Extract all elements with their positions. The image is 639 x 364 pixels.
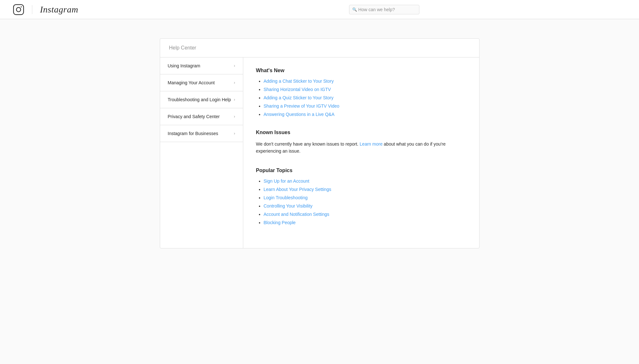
search-icon: 🔍 [352,7,357,12]
sidebar-item-label: Troubleshooting and Login Help [168,97,231,102]
sidebar-item-label: Instagram for Businesses [168,131,218,136]
sidebar-item-instagram-businesses[interactable]: Instagram for Businesses › [160,125,243,142]
popular-topic-controlling-visibility[interactable]: Controlling Your Visibility [264,203,313,209]
whats-new-link-igtv-preview[interactable]: Sharing a Preview of Your IGTV Video [264,103,339,109]
chevron-right-icon: › [234,80,235,85]
popular-topics-list: Sign Up for an Account Learn About Your … [256,178,466,225]
logo-area: Instagram [13,4,78,15]
popular-topics-section: Popular Topics Sign Up for an Account Le… [256,168,466,225]
sidebar-item-privacy-safety[interactable]: Privacy and Safety Center › [160,108,243,125]
whats-new-link-horizontal-video[interactable]: Sharing Horizontal Video on IGTV [264,87,331,92]
search-wrapper: 🔍 [349,5,419,14]
help-container: Help Center Using Instagram › Managing Y… [160,38,479,248]
header-divider [32,5,32,14]
chevron-right-icon: › [234,97,235,102]
chevron-right-icon: › [234,131,235,136]
svg-point-1 [16,7,21,12]
popular-topic-account-notification[interactable]: Account and Notification Settings [264,212,329,217]
whats-new-title: What's New [256,68,466,73]
instagram-wordmark: Instagram [40,4,78,15]
list-item: Account and Notification Settings [264,212,466,217]
chevron-right-icon: › [234,114,235,119]
whats-new-link-chat-sticker[interactable]: Adding a Chat Sticker to Your Story [264,79,334,84]
whats-new-section: What's New Adding a Chat Sticker to Your… [256,68,466,117]
list-item: Sharing Horizontal Video on IGTV [264,87,466,92]
popular-topic-privacy-settings[interactable]: Learn About Your Privacy Settings [264,187,331,192]
page-body: Help Center Using Instagram › Managing Y… [0,19,639,268]
popular-topic-login-troubleshooting[interactable]: Login Troubleshooting [264,195,308,200]
known-issues-title: Known Issues [256,130,466,135]
list-item: Learn About Your Privacy Settings [264,187,466,192]
list-item: Controlling Your Visibility [264,203,466,209]
main-content: What's New Adding a Chat Sticker to Your… [243,57,479,248]
popular-topic-blocking-people[interactable]: Blocking People [264,220,296,225]
sidebar-item-managing-account[interactable]: Managing Your Account › [160,74,243,91]
help-center-title: Help Center [169,45,196,50]
list-item: Adding a Chat Sticker to Your Story [264,79,466,84]
popular-topic-sign-up[interactable]: Sign Up for an Account [264,178,309,184]
header: Instagram 🔍 [0,0,639,19]
list-item: Sign Up for an Account [264,178,466,184]
whats-new-list: Adding a Chat Sticker to Your Story Shar… [256,79,466,117]
popular-topics-title: Popular Topics [256,168,466,173]
list-item: Blocking People [264,220,466,225]
sidebar-item-label: Managing Your Account [168,80,215,85]
list-item: Sharing a Preview of Your IGTV Video [264,103,466,109]
sidebar-item-troubleshooting[interactable]: Troubleshooting and Login Help › [160,91,243,108]
header-search-area: 🔍 [349,5,419,14]
svg-point-2 [21,6,22,7]
sidebar-item-label: Privacy and Safety Center [168,114,220,119]
sidebar: Using Instagram › Managing Your Account … [160,57,243,248]
sidebar-item-label: Using Instagram [168,63,200,68]
whats-new-link-live-qa[interactable]: Answering Questions in a Live Q&A [264,112,335,117]
known-issues-text-before-link: We don't currently have any known issues… [256,141,360,147]
help-body: Using Instagram › Managing Your Account … [160,57,479,248]
list-item: Answering Questions in a Live Q&A [264,112,466,117]
instagram-camera-icon [13,4,24,15]
svg-rect-0 [13,4,24,15]
sidebar-item-using-instagram[interactable]: Using Instagram › [160,57,243,74]
list-item: Adding a Quiz Sticker to Your Story [264,95,466,100]
list-item: Login Troubleshooting [264,195,466,200]
known-issues-section: Known Issues We don't currently have any… [256,130,466,155]
help-center-header: Help Center [160,39,479,57]
search-input[interactable] [349,5,419,14]
known-issues-text: We don't currently have any known issues… [256,140,466,155]
known-issues-learn-more-link[interactable]: Learn more [360,141,383,147]
chevron-right-icon: › [234,64,235,68]
whats-new-link-quiz-sticker[interactable]: Adding a Quiz Sticker to Your Story [264,95,334,100]
